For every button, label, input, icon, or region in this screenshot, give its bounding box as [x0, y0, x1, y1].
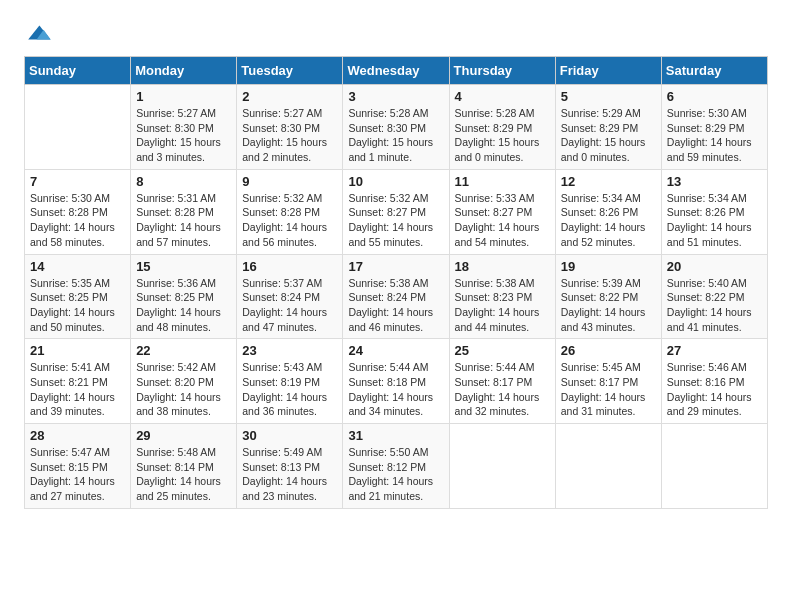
day-info: Sunrise: 5:43 AMSunset: 8:19 PMDaylight:…	[242, 360, 337, 419]
day-cell	[661, 424, 767, 509]
day-info: Sunrise: 5:28 AMSunset: 8:30 PMDaylight:…	[348, 106, 443, 165]
day-cell: 22Sunrise: 5:42 AMSunset: 8:20 PMDayligh…	[131, 339, 237, 424]
day-cell: 2Sunrise: 5:27 AMSunset: 8:30 PMDaylight…	[237, 85, 343, 170]
day-cell: 4Sunrise: 5:28 AMSunset: 8:29 PMDaylight…	[449, 85, 555, 170]
day-cell	[449, 424, 555, 509]
day-cell: 17Sunrise: 5:38 AMSunset: 8:24 PMDayligh…	[343, 254, 449, 339]
day-cell: 20Sunrise: 5:40 AMSunset: 8:22 PMDayligh…	[661, 254, 767, 339]
week-row-5: 28Sunrise: 5:47 AMSunset: 8:15 PMDayligh…	[25, 424, 768, 509]
day-cell: 12Sunrise: 5:34 AMSunset: 8:26 PMDayligh…	[555, 169, 661, 254]
day-number: 20	[667, 259, 762, 274]
week-row-1: 1Sunrise: 5:27 AMSunset: 8:30 PMDaylight…	[25, 85, 768, 170]
day-cell: 8Sunrise: 5:31 AMSunset: 8:28 PMDaylight…	[131, 169, 237, 254]
weekday-header-friday: Friday	[555, 57, 661, 85]
day-number: 7	[30, 174, 125, 189]
day-info: Sunrise: 5:41 AMSunset: 8:21 PMDaylight:…	[30, 360, 125, 419]
day-number: 8	[136, 174, 231, 189]
day-number: 27	[667, 343, 762, 358]
day-number: 31	[348, 428, 443, 443]
day-number: 13	[667, 174, 762, 189]
day-cell: 14Sunrise: 5:35 AMSunset: 8:25 PMDayligh…	[25, 254, 131, 339]
weekday-header-monday: Monday	[131, 57, 237, 85]
day-cell: 21Sunrise: 5:41 AMSunset: 8:21 PMDayligh…	[25, 339, 131, 424]
day-cell	[555, 424, 661, 509]
day-number: 15	[136, 259, 231, 274]
day-info: Sunrise: 5:48 AMSunset: 8:14 PMDaylight:…	[136, 445, 231, 504]
day-number: 17	[348, 259, 443, 274]
day-info: Sunrise: 5:39 AMSunset: 8:22 PMDaylight:…	[561, 276, 656, 335]
day-info: Sunrise: 5:27 AMSunset: 8:30 PMDaylight:…	[242, 106, 337, 165]
day-cell: 11Sunrise: 5:33 AMSunset: 8:27 PMDayligh…	[449, 169, 555, 254]
day-cell: 3Sunrise: 5:28 AMSunset: 8:30 PMDaylight…	[343, 85, 449, 170]
day-cell: 18Sunrise: 5:38 AMSunset: 8:23 PMDayligh…	[449, 254, 555, 339]
day-info: Sunrise: 5:34 AMSunset: 8:26 PMDaylight:…	[667, 191, 762, 250]
day-number: 24	[348, 343, 443, 358]
weekday-header-tuesday: Tuesday	[237, 57, 343, 85]
day-info: Sunrise: 5:32 AMSunset: 8:28 PMDaylight:…	[242, 191, 337, 250]
day-number: 4	[455, 89, 550, 104]
day-cell: 28Sunrise: 5:47 AMSunset: 8:15 PMDayligh…	[25, 424, 131, 509]
day-number: 1	[136, 89, 231, 104]
day-info: Sunrise: 5:42 AMSunset: 8:20 PMDaylight:…	[136, 360, 231, 419]
day-number: 2	[242, 89, 337, 104]
day-cell: 16Sunrise: 5:37 AMSunset: 8:24 PMDayligh…	[237, 254, 343, 339]
day-info: Sunrise: 5:30 AMSunset: 8:29 PMDaylight:…	[667, 106, 762, 165]
day-cell: 13Sunrise: 5:34 AMSunset: 8:26 PMDayligh…	[661, 169, 767, 254]
day-info: Sunrise: 5:28 AMSunset: 8:29 PMDaylight:…	[455, 106, 550, 165]
day-number: 11	[455, 174, 550, 189]
day-info: Sunrise: 5:45 AMSunset: 8:17 PMDaylight:…	[561, 360, 656, 419]
day-info: Sunrise: 5:46 AMSunset: 8:16 PMDaylight:…	[667, 360, 762, 419]
day-cell: 24Sunrise: 5:44 AMSunset: 8:18 PMDayligh…	[343, 339, 449, 424]
day-info: Sunrise: 5:47 AMSunset: 8:15 PMDaylight:…	[30, 445, 125, 504]
day-cell: 9Sunrise: 5:32 AMSunset: 8:28 PMDaylight…	[237, 169, 343, 254]
day-info: Sunrise: 5:31 AMSunset: 8:28 PMDaylight:…	[136, 191, 231, 250]
day-cell: 29Sunrise: 5:48 AMSunset: 8:14 PMDayligh…	[131, 424, 237, 509]
day-number: 9	[242, 174, 337, 189]
weekday-header-thursday: Thursday	[449, 57, 555, 85]
weekday-header-wednesday: Wednesday	[343, 57, 449, 85]
day-number: 6	[667, 89, 762, 104]
day-number: 22	[136, 343, 231, 358]
day-info: Sunrise: 5:33 AMSunset: 8:27 PMDaylight:…	[455, 191, 550, 250]
day-number: 12	[561, 174, 656, 189]
day-number: 29	[136, 428, 231, 443]
day-cell: 15Sunrise: 5:36 AMSunset: 8:25 PMDayligh…	[131, 254, 237, 339]
weekday-header-sunday: Sunday	[25, 57, 131, 85]
day-info: Sunrise: 5:50 AMSunset: 8:12 PMDaylight:…	[348, 445, 443, 504]
day-cell: 27Sunrise: 5:46 AMSunset: 8:16 PMDayligh…	[661, 339, 767, 424]
day-info: Sunrise: 5:44 AMSunset: 8:18 PMDaylight:…	[348, 360, 443, 419]
day-cell: 19Sunrise: 5:39 AMSunset: 8:22 PMDayligh…	[555, 254, 661, 339]
day-cell: 23Sunrise: 5:43 AMSunset: 8:19 PMDayligh…	[237, 339, 343, 424]
day-number: 21	[30, 343, 125, 358]
day-number: 28	[30, 428, 125, 443]
day-info: Sunrise: 5:30 AMSunset: 8:28 PMDaylight:…	[30, 191, 125, 250]
weekday-header-saturday: Saturday	[661, 57, 767, 85]
week-row-2: 7Sunrise: 5:30 AMSunset: 8:28 PMDaylight…	[25, 169, 768, 254]
day-cell	[25, 85, 131, 170]
calendar-table: SundayMondayTuesdayWednesdayThursdayFrid…	[24, 56, 768, 509]
day-info: Sunrise: 5:38 AMSunset: 8:24 PMDaylight:…	[348, 276, 443, 335]
day-info: Sunrise: 5:44 AMSunset: 8:17 PMDaylight:…	[455, 360, 550, 419]
day-number: 18	[455, 259, 550, 274]
day-cell: 25Sunrise: 5:44 AMSunset: 8:17 PMDayligh…	[449, 339, 555, 424]
day-number: 16	[242, 259, 337, 274]
day-info: Sunrise: 5:38 AMSunset: 8:23 PMDaylight:…	[455, 276, 550, 335]
day-cell: 10Sunrise: 5:32 AMSunset: 8:27 PMDayligh…	[343, 169, 449, 254]
day-info: Sunrise: 5:32 AMSunset: 8:27 PMDaylight:…	[348, 191, 443, 250]
day-cell: 5Sunrise: 5:29 AMSunset: 8:29 PMDaylight…	[555, 85, 661, 170]
day-info: Sunrise: 5:49 AMSunset: 8:13 PMDaylight:…	[242, 445, 337, 504]
week-row-3: 14Sunrise: 5:35 AMSunset: 8:25 PMDayligh…	[25, 254, 768, 339]
day-info: Sunrise: 5:27 AMSunset: 8:30 PMDaylight:…	[136, 106, 231, 165]
day-info: Sunrise: 5:29 AMSunset: 8:29 PMDaylight:…	[561, 106, 656, 165]
day-cell: 26Sunrise: 5:45 AMSunset: 8:17 PMDayligh…	[555, 339, 661, 424]
day-cell: 31Sunrise: 5:50 AMSunset: 8:12 PMDayligh…	[343, 424, 449, 509]
day-cell: 7Sunrise: 5:30 AMSunset: 8:28 PMDaylight…	[25, 169, 131, 254]
day-info: Sunrise: 5:36 AMSunset: 8:25 PMDaylight:…	[136, 276, 231, 335]
day-number: 14	[30, 259, 125, 274]
day-cell: 6Sunrise: 5:30 AMSunset: 8:29 PMDaylight…	[661, 85, 767, 170]
day-info: Sunrise: 5:37 AMSunset: 8:24 PMDaylight:…	[242, 276, 337, 335]
day-number: 3	[348, 89, 443, 104]
day-number: 19	[561, 259, 656, 274]
day-number: 10	[348, 174, 443, 189]
day-info: Sunrise: 5:40 AMSunset: 8:22 PMDaylight:…	[667, 276, 762, 335]
